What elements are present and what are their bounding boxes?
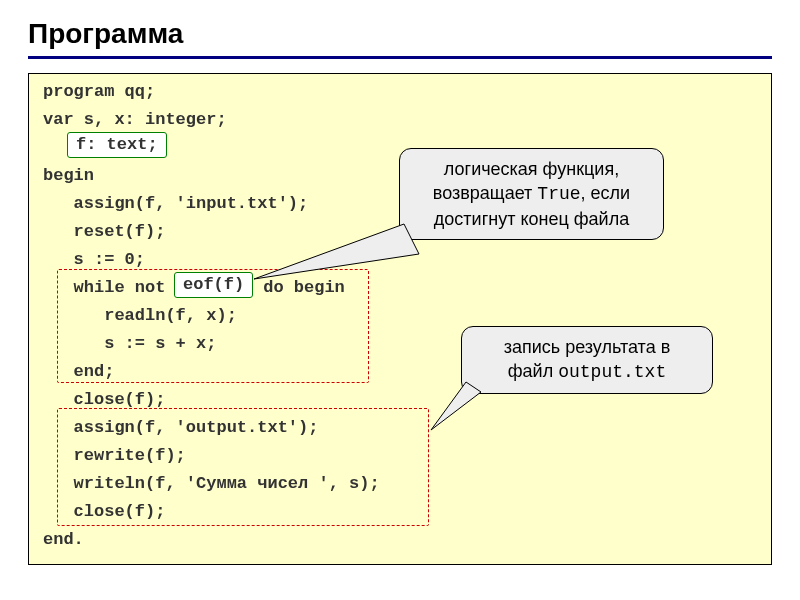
code-line: program qq;	[43, 78, 155, 106]
callout-text-part: , если	[581, 183, 631, 203]
slide-title: Программа	[28, 18, 772, 50]
code-line: assign(f, 'input.txt');	[43, 190, 308, 218]
highlight-ftext: f: text;	[67, 132, 167, 158]
callout-text: возвращает True, если	[414, 181, 649, 206]
callout-text-part: файл	[508, 361, 558, 381]
callout-code: output.txt	[558, 362, 666, 382]
code-line: reset(f);	[43, 218, 165, 246]
callout-text-part: возвращает	[433, 183, 537, 203]
title-rule	[28, 56, 772, 59]
code-line: begin	[43, 162, 94, 190]
callout-text: достигнут конец файла	[414, 207, 649, 231]
dashed-output-block	[57, 408, 429, 526]
callout-text: файл output.txt	[476, 359, 698, 384]
callout-text: логическая функция,	[414, 157, 649, 181]
callout-code: True	[537, 184, 580, 204]
callout-eof: логическая функция, возвращает True, есл…	[399, 148, 664, 240]
code-line: end.	[43, 526, 84, 554]
dashed-while-block	[57, 269, 369, 383]
code-box: program qq; var s, x: integer; f: text; …	[28, 73, 772, 565]
code-line: var s, x: integer;	[43, 106, 227, 134]
callout-output: запись результата в файл output.txt	[461, 326, 713, 394]
callout-text: запись результата в	[476, 335, 698, 359]
